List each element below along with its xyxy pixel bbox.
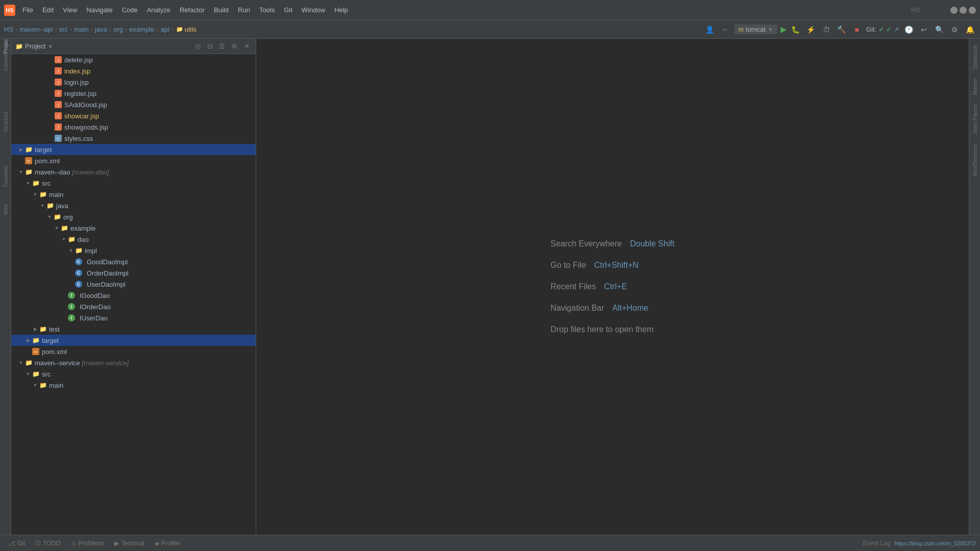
recent-files-label: Recent Files bbox=[551, 282, 596, 291]
menu-view[interactable]: View bbox=[59, 4, 81, 16]
tree-item-src2[interactable]: ▼ 📁 src bbox=[11, 368, 256, 380]
tree-item-login-jsp[interactable]: J login.jsp bbox=[11, 77, 256, 88]
tree-item-org1[interactable]: ▼ 📁 org bbox=[11, 211, 256, 222]
tree-item-dao1[interactable]: ▼ 📁 dao bbox=[11, 234, 256, 245]
breadcrumb-java[interactable]: java bbox=[95, 26, 107, 33]
tree-item-example1[interactable]: ▼ 📁 example bbox=[11, 222, 256, 234]
tab-git[interactable]: ⎇ Git bbox=[4, 539, 29, 548]
sidebar-settings-button[interactable]: ⚙ bbox=[229, 41, 239, 52]
left-strip-structure[interactable]: Structure bbox=[1, 117, 10, 127]
breadcrumb-utils[interactable]: 📁utils bbox=[176, 26, 197, 33]
stop-button[interactable]: ■ bbox=[851, 23, 863, 36]
menu-navigate[interactable]: Navigate bbox=[82, 4, 116, 16]
recent-files-shortcut[interactable]: Ctrl+E bbox=[604, 282, 627, 291]
tree-item-pom2[interactable]: m pom.xml bbox=[11, 346, 256, 357]
tab-problems[interactable]: ⚠ Problems bbox=[67, 539, 109, 548]
tree-item-index-jsp[interactable]: J index.jsp bbox=[11, 65, 256, 77]
left-strip-favorites[interactable]: Favorites bbox=[1, 171, 10, 181]
tree-item-register-jsp[interactable]: J register.jsp bbox=[11, 88, 256, 99]
sidebar-locate-button[interactable]: ◎ bbox=[192, 41, 203, 52]
tree-item-test1[interactable]: ▶ 📁 test bbox=[11, 323, 256, 335]
tree-item-showgoods-jsp[interactable]: J showgoods.jsp bbox=[11, 121, 256, 133]
right-strip-rest-services[interactable]: RestServices bbox=[971, 139, 979, 181]
drop-files-label: Drop files here to open them bbox=[551, 325, 654, 334]
run-config-selector[interactable]: m tomcat ▼ bbox=[734, 24, 777, 34]
tree-item-pom1[interactable]: m pom.xml bbox=[11, 155, 256, 166]
tree-item-showcar-jsp[interactable]: J showcar.jsp bbox=[11, 110, 256, 121]
go-to-file-line: Go to File Ctrl+Shift+N bbox=[551, 261, 675, 270]
tree-item-target1[interactable]: ▶ 📁 target bbox=[11, 144, 256, 155]
coverage-button[interactable]: ⚡ bbox=[805, 23, 817, 36]
menu-file[interactable]: File bbox=[18, 4, 37, 16]
tree-item-maven-dao[interactable]: ▼ 📁 maven--dao [maven-dao] bbox=[11, 166, 256, 178]
left-strip-commit[interactable]: Commit bbox=[1, 52, 10, 72]
right-strip-maven[interactable]: Maven bbox=[971, 74, 979, 99]
tree-item-iGoodDao[interactable]: I IGoodDao bbox=[11, 290, 256, 301]
navigation-bar-shortcut[interactable]: Alt+Home bbox=[612, 304, 649, 313]
sidebar-collapse-button[interactable]: ⊟ bbox=[205, 41, 215, 52]
go-to-file-shortcut[interactable]: Ctrl+Shift+N bbox=[594, 261, 639, 270]
menu-git[interactable]: Git bbox=[280, 4, 297, 16]
menu-refactor[interactable]: Refactor bbox=[176, 4, 209, 16]
menu-analyze[interactable]: Analyze bbox=[143, 4, 175, 16]
maximize-button[interactable] bbox=[960, 7, 967, 14]
breadcrumb-main[interactable]: main bbox=[74, 26, 88, 33]
build-button[interactable]: 🔨 bbox=[836, 23, 848, 36]
settings-button[interactable]: ⚙ bbox=[948, 23, 961, 36]
menu-edit[interactable]: Edit bbox=[38, 4, 58, 16]
minimize-button[interactable] bbox=[950, 7, 958, 14]
tree-item-iOrderDao[interactable]: I IOrderDao bbox=[11, 301, 256, 312]
search-everywhere-shortcut[interactable]: Double Shift bbox=[630, 239, 674, 248]
profiler-button[interactable]: ⏱ bbox=[820, 23, 832, 36]
tree-item-iUserDao[interactable]: I IUserDao bbox=[11, 312, 256, 323]
breadcrumb-maven-api[interactable]: maven--api bbox=[19, 26, 53, 33]
menu-code[interactable]: Code bbox=[118, 4, 142, 16]
tab-terminal[interactable]: ▶ Terminal bbox=[110, 539, 148, 548]
menu-tools[interactable]: Tools bbox=[255, 4, 279, 16]
right-strip-json-parser[interactable]: Json Parser bbox=[971, 100, 979, 138]
breadcrumb-api[interactable]: api bbox=[161, 26, 169, 33]
tree-item-userdaoimpl[interactable]: C UserDaoImpl bbox=[11, 279, 256, 290]
menu-help[interactable]: Help bbox=[330, 4, 352, 16]
search-button[interactable]: 🔍 bbox=[933, 23, 945, 36]
sidebar-expand-button[interactable]: ☰ bbox=[217, 41, 227, 52]
tree-item-orderdaoimpl[interactable]: C OrderDaoImpl bbox=[11, 267, 256, 279]
tree-item-maven-service[interactable]: ▼ 📁 maven--service [maven-service] bbox=[11, 357, 256, 368]
back-button[interactable]: ← bbox=[719, 23, 731, 36]
git-push: ↗ bbox=[894, 26, 899, 33]
menu-window[interactable]: Window bbox=[298, 4, 329, 16]
notifications-button[interactable]: 🔔 bbox=[964, 23, 976, 36]
tree-item-styles-css[interactable]: C styles.css bbox=[11, 133, 256, 144]
debug-button[interactable]: 🐛 bbox=[790, 23, 802, 36]
tab-todo[interactable]: ☑ TODO bbox=[31, 539, 64, 548]
run-button[interactable]: ▶ bbox=[780, 24, 787, 34]
tree-item-delete-jsp[interactable]: J delete.jsp bbox=[11, 54, 256, 65]
rollback-button[interactable]: ↩ bbox=[918, 23, 930, 36]
event-log-link[interactable]: Event Log bbox=[863, 540, 890, 547]
tree-item-gooddaoimpl[interactable]: C GoodDaoImpl bbox=[11, 256, 256, 267]
sidebar-close-button[interactable]: ✕ bbox=[241, 41, 252, 52]
breadcrumb-src[interactable]: src bbox=[59, 26, 68, 33]
breadcrumb-example[interactable]: example bbox=[129, 26, 154, 33]
right-strip-database[interactable]: Database bbox=[971, 41, 979, 73]
menu-run[interactable]: Run bbox=[234, 4, 254, 16]
tree-item-java1[interactable]: ▼ 📁 java bbox=[11, 200, 256, 211]
left-strip-project[interactable]: Project bbox=[1, 41, 10, 50]
breadcrumb-org[interactable]: org bbox=[113, 26, 123, 33]
history-button[interactable]: 🕐 bbox=[902, 23, 915, 36]
sidebar-title-dropdown[interactable]: ▼ bbox=[47, 43, 53, 49]
tab-profiler[interactable]: ◈ Profiler bbox=[151, 539, 185, 548]
tree-item-target2[interactable]: ▶ 📁 target bbox=[11, 335, 256, 346]
profile-button[interactable]: 👤 bbox=[704, 23, 716, 36]
navigation-bar-line: Navigation Bar Alt+Home bbox=[551, 304, 675, 313]
menu-build[interactable]: Build bbox=[210, 4, 233, 16]
tree-item-main1[interactable]: ▼ 📁 main bbox=[11, 189, 256, 200]
tree-item-main2[interactable]: ▼ 📁 main bbox=[11, 380, 256, 391]
close-button[interactable] bbox=[969, 7, 976, 14]
tree-item-saddgood-jsp[interactable]: J SAddGood.jsp bbox=[11, 99, 256, 110]
breadcrumb-hs[interactable]: HS bbox=[4, 26, 13, 33]
tree-item-src1[interactable]: ▼ 📁 src bbox=[11, 178, 256, 189]
tree-item-impl1[interactable]: ▼ 📁 impl bbox=[11, 245, 256, 256]
go-to-file-label: Go to File bbox=[551, 261, 586, 270]
left-strip-web[interactable]: Web bbox=[1, 205, 10, 214]
